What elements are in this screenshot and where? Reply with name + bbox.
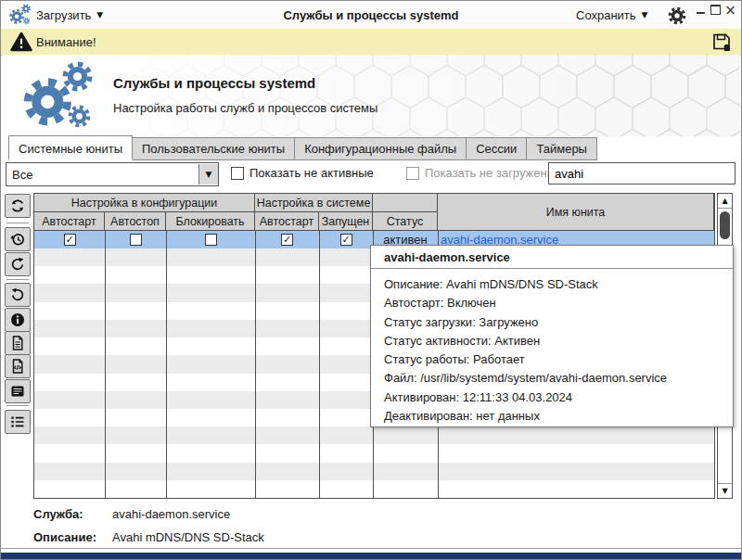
show-inactive-checkbox[interactable] — [231, 167, 244, 180]
maximize-button[interactable] — [709, 3, 723, 17]
list-button[interactable] — [5, 410, 31, 434]
autostop-checkbox[interactable] — [130, 234, 142, 246]
combobox-arrow-icon[interactable]: ▼ — [198, 164, 218, 185]
refresh-icon — [9, 197, 26, 214]
status-bar — [1, 553, 741, 559]
column-header-autostart-config: Автостарт — [34, 212, 105, 231]
column-divider — [255, 231, 256, 498]
titlebar: Загрузить ▼ Службы и процессы systemd Со… — [1, 1, 741, 30]
tooltip-line-description: Описание: Avahi mDNS/DNS SD-Stack — [384, 275, 733, 294]
group-header-config: Настройка в конфигурации — [34, 194, 255, 212]
app-logo-gears — [15, 60, 104, 133]
tab-system-units[interactable]: Системные юниты — [8, 135, 133, 160]
service-value: avahi-daemon.service — [112, 507, 230, 521]
minimize-button[interactable] — [694, 3, 708, 17]
close-button[interactable]: × — [723, 3, 737, 17]
tab-timers[interactable]: Таймеры — [526, 137, 597, 160]
autostart-system-checkbox[interactable]: ✓ — [281, 234, 293, 246]
page-title: Службы и процессы systemd — [113, 75, 315, 91]
settings-gear-icon[interactable] — [667, 6, 687, 26]
scroll-up-icon[interactable]: ▲ — [718, 194, 732, 209]
tooltip-title: avahi-daemon.service — [371, 246, 733, 268]
unit-filter-combobox[interactable]: Все ▼ — [6, 162, 219, 186]
show-inactive-label[interactable]: Показать не активные — [249, 166, 374, 180]
code-file-icon — [9, 358, 26, 375]
column-header-running: Запущен — [319, 212, 373, 231]
save-button-label: Сохранить — [576, 8, 636, 22]
column-divider — [166, 231, 167, 498]
tooltip-line-active-status: Статус активности: Активен — [384, 332, 733, 350]
toolbar-separator — [6, 223, 29, 223]
tab-user-units[interactable]: Пользовательские юниты — [132, 137, 295, 160]
history-button[interactable] — [5, 227, 31, 251]
tab-sessions[interactable]: Сессии — [466, 137, 527, 160]
info-button[interactable] — [5, 308, 31, 332]
app-window: Загрузить ▼ Службы и процессы systemd Со… — [0, 0, 742, 560]
unit-file-button[interactable] — [5, 331, 31, 355]
journal-button[interactable] — [5, 379, 31, 403]
column-header-block: Блокировать — [166, 212, 255, 231]
unit-tooltip: avahi-daemon.service Описание: Avahi mDN… — [370, 245, 734, 427]
description-label: Описание: — [33, 530, 96, 544]
undo-icon — [9, 286, 26, 303]
redo-button[interactable] — [5, 252, 31, 276]
toolbar-separator — [6, 405, 29, 406]
tooltip-line-file: Файл: /usr/lib/systemd/system/avahi-daem… — [384, 369, 733, 388]
tooltip-line-deactivated: Деактивирован: нет данных — [384, 407, 733, 426]
column-header-unit-name: Имя юнита — [438, 194, 714, 231]
bullet-list-icon — [9, 414, 26, 430]
column-header-autostart-system: Автостарт — [255, 212, 319, 231]
save-admin-icon[interactable] — [711, 32, 732, 52]
table-row — [34, 426, 714, 444]
table-row — [34, 480, 714, 498]
log-terminal-icon — [9, 383, 26, 400]
info-icon — [9, 312, 26, 328]
table-row — [34, 463, 714, 480]
show-unloaded-checkbox — [406, 167, 419, 180]
search-input[interactable] — [548, 162, 736, 185]
tooltip-line-activated: Активирован: 12:11:33 04.03.2024 — [384, 388, 733, 407]
column-divider — [105, 231, 106, 498]
chevron-down-icon: ▼ — [642, 11, 648, 19]
tab-bar: Системные юниты Пользовательские юниты К… — [8, 136, 596, 160]
combobox-value: Все — [6, 168, 198, 182]
group-header-empty — [373, 194, 438, 212]
scroll-down-icon[interactable]: ▼ — [718, 483, 732, 498]
warning-text: Внимание! — [36, 29, 96, 55]
block-checkbox[interactable] — [205, 234, 217, 246]
refresh-button[interactable] — [5, 194, 31, 218]
filter-row: Все ▼ Показать не активные Показать не з… — [1, 160, 741, 190]
running-checkbox[interactable]: ✓ — [340, 234, 352, 246]
tab-config-files[interactable]: Конфигурационные файлы — [294, 137, 467, 160]
tooltip-line-autostart: Автостарт: Включен — [384, 294, 733, 312]
warning-bar: Внимание! — [1, 29, 741, 56]
redo-icon — [9, 256, 26, 273]
page-subtitle: Настройка работы служб и процессов систе… — [113, 101, 377, 115]
table-row — [34, 444, 714, 462]
scrollbar-thumb[interactable] — [720, 211, 730, 239]
window-divider — [1, 548, 741, 549]
history-clock-icon — [9, 231, 26, 248]
edit-unit-file-button[interactable] — [5, 354, 31, 378]
autostart-config-checkbox[interactable]: ✓ — [64, 234, 76, 246]
column-header-autostop: Автостоп — [105, 212, 166, 231]
page-header: Службы и процессы systemd Настройка рабо… — [2, 55, 740, 136]
group-header-system: Настройка в системе — [255, 194, 373, 212]
tooltip-line-run-status: Статус работы: Работает — [384, 350, 733, 369]
tooltip-line-load-status: Статус загрузки: Загружено — [384, 313, 733, 332]
warning-icon — [10, 32, 32, 52]
column-divider — [319, 231, 320, 498]
column-header-status: Статус — [373, 212, 438, 231]
save-button[interactable]: Сохранить ▼ — [570, 1, 654, 29]
document-icon — [9, 335, 26, 351]
undo-button[interactable] — [5, 283, 31, 307]
service-label: Служба: — [33, 507, 83, 521]
toolbar-separator — [6, 279, 29, 280]
description-value: Avahi mDNS/DNS SD-Stack — [112, 530, 264, 544]
